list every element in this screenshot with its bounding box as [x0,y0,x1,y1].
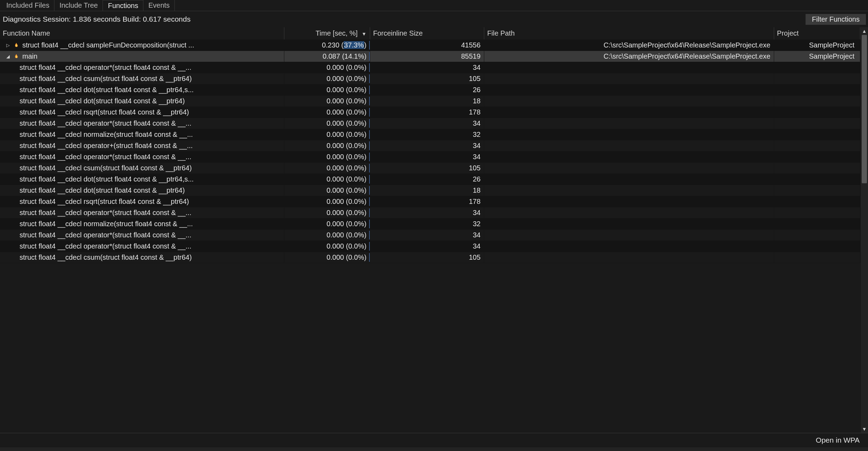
time-cell: 0.000 (0.0%) [284,219,370,230]
time-cell: 0.000 (0.0%) [284,196,370,207]
table-row[interactable]: struct float4 __cdecl rsqrt(struct float… [0,196,860,207]
table-row[interactable]: struct float4 __cdecl csum(struct float4… [0,73,860,84]
time-cell: 0.087 (14.1%) [284,51,370,62]
path-cell [484,185,774,196]
table-row[interactable]: struct float4 __cdecl normalize(struct f… [0,219,860,230]
col-file-path[interactable]: File Path [484,27,774,40]
table-row[interactable]: struct float4 __cdecl operator*(struct f… [0,207,860,219]
table-row[interactable]: struct float4 __cdecl normalize(struct f… [0,129,860,140]
table-row[interactable]: struct float4 __cdecl dot(struct float4 … [0,96,860,107]
size-cell: 41556 [370,40,484,51]
size-cell: 26 [370,84,484,96]
function-name-label: struct float4 __cdecl rsqrt(struct float… [20,198,280,206]
bottom-strip [0,447,868,451]
diag-value: 1.836 seconds [73,15,121,23]
project-cell [774,62,860,73]
functions-table: Function Name Time [sec, %] ▼ Forceinlin… [0,27,860,263]
tab-events[interactable]: Events [143,0,175,11]
size-cell: 26 [370,174,484,185]
time-cell: 0.000 (0.0%) [284,107,370,118]
table-row[interactable]: struct float4 __cdecl operator*(struct f… [0,62,860,73]
project-cell [774,73,860,84]
table-row[interactable]: struct float4 __cdecl dot(struct float4 … [0,185,860,196]
time-cell: 0.000 (0.0%) [284,230,370,241]
col-time[interactable]: Time [sec, %] ▼ [284,27,370,40]
function-name-label: struct float4 __cdecl operator*(struct f… [20,119,280,127]
function-name-label: struct float4 __cdecl operator*(struct f… [20,242,280,250]
path-cell [484,84,774,96]
path-cell [484,196,774,207]
path-cell [484,129,774,140]
function-name-label: struct float4 __cdecl operator+(struct f… [20,142,280,150]
function-name-label: struct float4 __cdecl operator*(struct f… [20,153,280,161]
table-row[interactable]: struct float4 __cdecl operator*(struct f… [0,118,860,129]
table-row[interactable]: struct float4 __cdecl operator*(struct f… [0,151,860,163]
project-cell [774,129,860,140]
col-project[interactable]: Project [774,27,860,40]
function-name-label: struct float4 __cdecl operator*(struct f… [20,64,280,72]
scroll-track[interactable] [861,35,868,425]
size-cell: 178 [370,196,484,207]
project-cell [774,84,860,96]
path-cell [484,96,774,107]
path-cell [484,73,774,84]
col-forceinline-size[interactable]: Forceinline Size [370,27,484,40]
tab-functions[interactable]: Functions [103,0,143,11]
build-prefix: Build: [120,15,143,23]
path-cell [484,241,774,252]
tab-included-files[interactable]: Included Files [1,0,54,11]
size-cell: 18 [370,185,484,196]
function-name-label: struct float4 __cdecl csum(struct float4… [20,164,280,172]
project-cell [774,196,860,207]
path-cell [484,62,774,73]
scroll-up-icon[interactable]: ▲ [861,27,868,35]
path-cell: C:\src\SampleProject\x64\Release\SampleP… [484,51,774,62]
tab-include-tree[interactable]: Include Tree [54,0,103,11]
function-name-label: struct float4 __cdecl dot(struct float4 … [20,86,280,94]
table-row[interactable]: struct float4 __cdecl operator*(struct f… [0,230,860,241]
project-cell [774,140,860,151]
table-row[interactable]: ◢main0.087 (14.1%)85519C:\src\SampleProj… [0,51,860,62]
function-name-label: struct float4 __cdecl normalize(struct f… [20,220,280,228]
size-cell: 32 [370,219,484,230]
project-cell: SampleProject [774,51,860,62]
col-function-name[interactable]: Function Name [0,27,284,40]
filter-functions-button[interactable]: Filter Functions [806,14,866,25]
time-cell: 0.000 (0.0%) [284,185,370,196]
col-time-label: Time [sec, %] [316,29,358,37]
time-cell: 0.000 (0.0%) [284,207,370,219]
size-cell: 34 [370,62,484,73]
time-cell: 0.000 (0.0%) [284,62,370,73]
time-cell: 0.230 (37.3%) [284,40,370,51]
table-row[interactable]: struct float4 __cdecl rsqrt(struct float… [0,107,860,118]
scroll-thumb[interactable] [862,35,867,183]
table-row[interactable]: ▷struct float4 __cdecl sampleFunDecompos… [0,40,860,51]
table-row[interactable]: struct float4 __cdecl operator*(struct f… [0,241,860,252]
table-row[interactable]: struct float4 __cdecl csum(struct float4… [0,252,860,263]
size-cell: 105 [370,73,484,84]
time-cell: 0.000 (0.0%) [284,96,370,107]
size-cell: 32 [370,129,484,140]
table-row[interactable]: struct float4 __cdecl dot(struct float4 … [0,84,860,96]
session-info: Diagnostics Session: 1.836 seconds Build… [3,15,190,23]
function-name-label: struct float4 __cdecl rsqrt(struct float… [20,108,280,116]
vertical-scrollbar[interactable]: ▲ ▼ [860,27,868,433]
caret-right-icon[interactable]: ▷ [6,43,10,48]
time-cell: 0.000 (0.0%) [284,129,370,140]
open-in-wpa-link[interactable]: Open in WPA [816,436,860,444]
table-row[interactable]: struct float4 __cdecl operator+(struct f… [0,140,860,151]
table-row[interactable]: struct float4 __cdecl csum(struct float4… [0,163,860,174]
build-value: 0.617 seconds [143,15,191,23]
path-cell [484,163,774,174]
project-cell [774,219,860,230]
time-cell: 0.000 (0.0%) [284,241,370,252]
caret-down-icon[interactable]: ◢ [6,54,10,59]
flame-icon [13,53,20,60]
path-cell [484,230,774,241]
project-cell [774,230,860,241]
path-cell [484,219,774,230]
scroll-down-icon[interactable]: ▼ [861,425,868,433]
table-row[interactable]: struct float4 __cdecl dot(struct float4 … [0,174,860,185]
sort-desc-icon: ▼ [362,31,367,37]
project-cell [774,252,860,263]
